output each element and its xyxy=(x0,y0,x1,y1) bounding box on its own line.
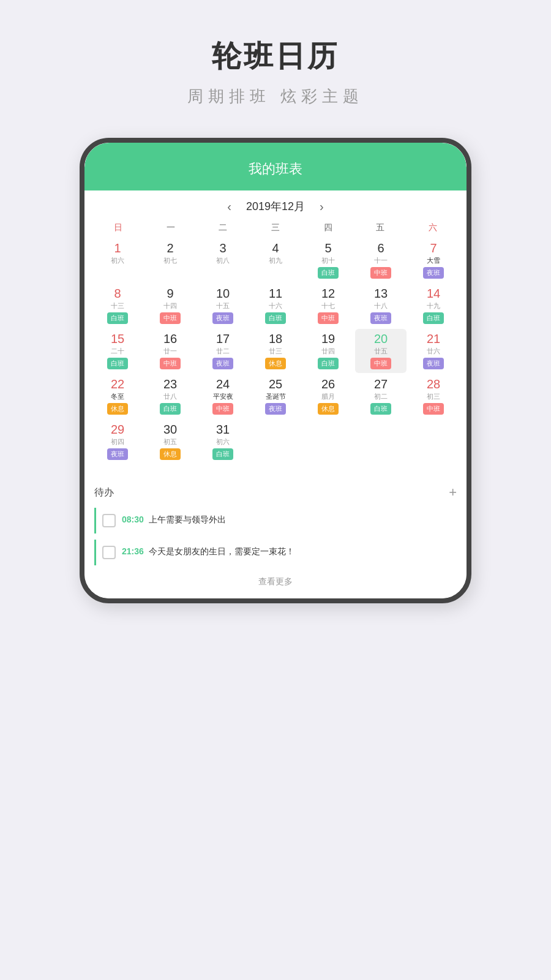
shift-badge: 夜班 xyxy=(212,312,233,324)
cal-day-19[interactable]: 19廿四白班 xyxy=(302,329,354,373)
shift-badge: 白班 xyxy=(318,267,339,279)
todo-content: 21:36今天是女朋友的生日，需要定一束花！ xyxy=(122,546,457,557)
todo-checkbox[interactable] xyxy=(102,514,116,527)
cal-lunar: 廿二 xyxy=(216,347,230,356)
cal-day-18[interactable]: 18廿三休息 xyxy=(250,329,301,373)
cal-day-26[interactable]: 26腊月休息 xyxy=(302,374,354,418)
cal-day-13[interactable]: 13十八夜班 xyxy=(355,284,407,328)
cal-lunar: 二十 xyxy=(111,347,124,356)
todo-section: 待办 + 08:30上午需要与领导外出21:36今天是女朋友的生日，需要定一束花… xyxy=(84,476,467,598)
cal-day-29[interactable]: 29初四夜班 xyxy=(92,420,143,464)
shift-badge: 夜班 xyxy=(265,403,286,415)
shift-badge: 中班 xyxy=(318,312,339,324)
cal-date-num: 10 xyxy=(216,286,230,301)
todo-time: 21:36 xyxy=(122,546,144,556)
cal-date-num: 26 xyxy=(321,377,335,391)
todo-items: 08:30上午需要与领导外出21:36今天是女朋友的生日，需要定一束花！ xyxy=(94,508,457,565)
todo-checkbox[interactable] xyxy=(102,546,116,559)
cal-day-1[interactable]: 1初六 xyxy=(92,238,143,282)
shift-badge: 休息 xyxy=(318,403,339,415)
cal-lunar: 十一 xyxy=(374,256,388,265)
cal-lunar: 廿八 xyxy=(163,392,177,401)
shift-badge: 白班 xyxy=(370,403,391,415)
cal-lunar: 初六 xyxy=(216,437,230,447)
cal-lunar: 十四 xyxy=(163,301,177,311)
prev-month-button[interactable]: ‹ xyxy=(227,200,231,214)
shift-badge: 夜班 xyxy=(423,267,444,279)
cal-day-11[interactable]: 11十六白班 xyxy=(250,284,301,328)
cal-date-num: 7 xyxy=(430,241,437,255)
cal-date-num: 12 xyxy=(321,286,335,301)
shift-badge: 夜班 xyxy=(370,312,391,324)
shift-badge: 休息 xyxy=(107,403,128,415)
cal-date-num: 15 xyxy=(111,331,124,346)
week-header-日: 日 xyxy=(92,220,144,236)
shift-badge: 白班 xyxy=(107,312,128,324)
cal-day-4[interactable]: 4初九 xyxy=(250,238,301,282)
app-header-title: 我的班表 xyxy=(249,161,302,176)
cal-day-20[interactable]: 20廿五中班 xyxy=(355,329,407,373)
cal-day-21[interactable]: 21廿六夜班 xyxy=(408,329,459,373)
cal-day-30[interactable]: 30初五休息 xyxy=(144,420,196,464)
cal-date-num: 21 xyxy=(427,331,440,346)
cal-date-num: 28 xyxy=(427,377,440,391)
todo-content: 08:30上午需要与领导外出 xyxy=(122,514,457,526)
cal-lunar: 冬至 xyxy=(111,392,124,401)
shift-badge: 白班 xyxy=(265,312,286,324)
cal-day-7[interactable]: 7大雪夜班 xyxy=(408,238,459,282)
cal-lunar: 初四 xyxy=(111,437,124,447)
cal-lunar: 平安夜 xyxy=(213,392,233,401)
cal-lunar: 大雪 xyxy=(427,256,440,265)
cal-day-5[interactable]: 5初十白班 xyxy=(302,238,354,282)
todo-more-link[interactable]: 查看更多 xyxy=(94,571,457,590)
cal-day-15[interactable]: 15二十白班 xyxy=(92,329,143,373)
next-month-button[interactable]: › xyxy=(320,200,324,214)
cal-day-3[interactable]: 3初八 xyxy=(197,238,249,282)
cal-lunar: 十九 xyxy=(427,301,440,311)
cal-day-12[interactable]: 12十七中班 xyxy=(302,284,354,328)
cal-lunar: 初十 xyxy=(321,256,335,265)
cal-day-8[interactable]: 8十三白班 xyxy=(92,284,143,328)
cal-day-17[interactable]: 17廿二夜班 xyxy=(197,329,249,373)
cal-date-num: 23 xyxy=(163,377,177,391)
cal-date-num: 14 xyxy=(427,286,440,301)
week-header-四: 四 xyxy=(302,220,354,236)
cal-day-6[interactable]: 6十一中班 xyxy=(355,238,407,282)
week-header-五: 五 xyxy=(354,220,407,236)
cal-lunar: 十七 xyxy=(321,301,335,311)
todo-text: 上午需要与领导外出 xyxy=(149,514,226,524)
cal-lunar: 十八 xyxy=(374,301,388,311)
cal-date-num: 9 xyxy=(167,286,173,301)
todo-item: 08:30上午需要与领导外出 xyxy=(94,508,457,533)
cal-date-num: 11 xyxy=(269,286,282,301)
cal-lunar: 初九 xyxy=(269,256,282,265)
cal-lunar: 圣诞节 xyxy=(266,392,286,401)
cal-lunar: 廿一 xyxy=(163,347,177,356)
cal-day-9[interactable]: 9十四中班 xyxy=(144,284,196,328)
page-subtitle: 周期排班 炫彩主题 xyxy=(187,86,363,107)
cal-day-25[interactable]: 25圣诞节夜班 xyxy=(250,374,301,418)
cal-day-28[interactable]: 28初三中班 xyxy=(408,374,459,418)
cal-day-31[interactable]: 31初六白班 xyxy=(197,420,249,464)
cal-date-num: 27 xyxy=(374,377,388,391)
cal-day-24[interactable]: 24平安夜中班 xyxy=(197,374,249,418)
shift-badge: 中班 xyxy=(212,403,233,415)
cal-day-14[interactable]: 14十九白班 xyxy=(408,284,459,328)
calendar-grid: 1初六2初七3初八4初九5初十白班6十一中班7大雪夜班8十三白班9十四中班10十… xyxy=(92,238,459,464)
cal-lunar: 腊月 xyxy=(321,392,335,401)
app-header: 我的班表 xyxy=(84,143,467,190)
cal-day-27[interactable]: 27初二白班 xyxy=(355,374,407,418)
cal-day-2[interactable]: 2初七 xyxy=(144,238,196,282)
shift-badge: 白班 xyxy=(318,358,339,369)
cal-lunar: 初七 xyxy=(163,256,177,265)
cal-date-num: 29 xyxy=(111,422,124,437)
cal-date-num: 2 xyxy=(167,241,173,255)
cal-date-num: 25 xyxy=(269,377,282,391)
shift-badge: 中班 xyxy=(160,312,181,324)
todo-add-button[interactable]: + xyxy=(449,484,457,500)
cal-date-num: 30 xyxy=(163,422,177,437)
cal-day-10[interactable]: 10十五夜班 xyxy=(197,284,249,328)
cal-day-23[interactable]: 23廿八白班 xyxy=(144,374,196,418)
cal-day-16[interactable]: 16廿一中班 xyxy=(144,329,196,373)
cal-day-22[interactable]: 22冬至休息 xyxy=(92,374,143,418)
